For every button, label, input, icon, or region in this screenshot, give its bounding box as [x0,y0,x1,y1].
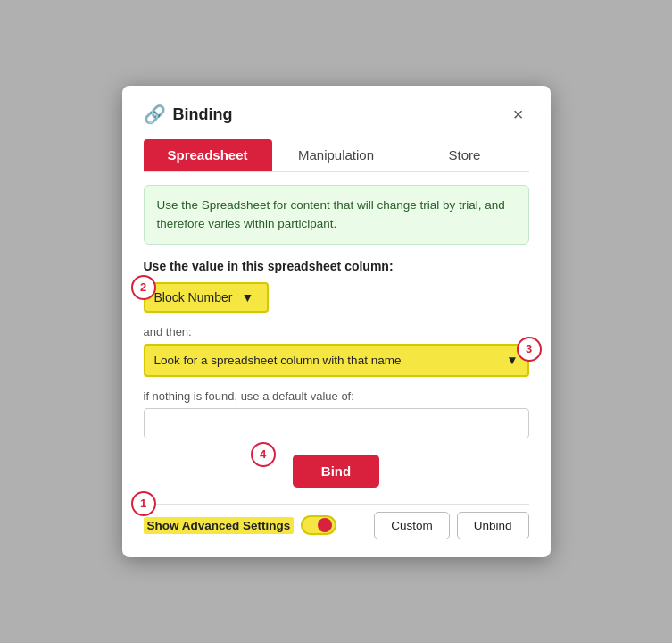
dialog-title: 🔗 Binding [144,104,233,125]
link-icon: 🔗 [144,104,166,125]
badge-2: 2 [131,275,156,300]
tab-spreadsheet[interactable]: Spreadsheet [144,139,272,171]
close-button[interactable]: × [508,104,529,125]
and-then-dropdown-row: 3 Look for a spreadsheet column with tha… [144,344,529,377]
footer-right: Custom Unbind [374,512,528,539]
footer: 1 Show Advanced Settings Custom Unbind [144,504,529,539]
info-text: Use the Spreadsheet for content that wil… [157,198,505,230]
tab-store[interactable]: Store [401,139,529,171]
chevron-down-icon-2: ▼ [506,354,518,367]
info-box: Use the Spreadsheet for content that wil… [144,185,529,245]
unbind-button[interactable]: Unbind [457,512,529,539]
bind-row: 4 Bind [144,455,529,488]
binding-dialog: 🔗 Binding × Spreadsheet Manipulation Sto… [122,86,551,557]
column-dropdown-value: Block Number [154,290,233,305]
title-text: Binding [173,105,233,124]
chevron-down-icon: ▼ [241,290,253,305]
tab-manipulation[interactable]: Manipulation [272,139,401,171]
toggle-thumb [318,518,332,532]
dialog-header: 🔗 Binding × [144,104,529,125]
column-dropdown-row: 2 Block Number ▼ [144,282,529,313]
footer-left: Show Advanced Settings [144,515,337,535]
and-then-dropdown-value: Look for a spreadsheet column with that … [154,354,402,367]
default-label: if nothing is found, use a default value… [144,389,529,403]
toggle-track[interactable] [301,515,336,535]
bind-button[interactable]: Bind [293,455,379,488]
tab-bar: Spreadsheet Manipulation Store [144,139,529,172]
badge-1: 1 [131,491,156,516]
badge-4: 4 [251,442,276,467]
badge-3: 3 [517,337,542,362]
advanced-settings-toggle[interactable] [301,515,336,535]
custom-button[interactable]: Custom [374,512,450,539]
and-then-dropdown[interactable]: Look for a spreadsheet column with that … [144,344,529,377]
column-dropdown[interactable]: Block Number ▼ [144,282,269,313]
advanced-settings-label: Show Advanced Settings [144,517,295,534]
and-then-label: and then: [144,325,529,338]
default-value-input[interactable] [144,408,529,438]
column-label: Use the value in this spreadsheet column… [144,259,529,273]
